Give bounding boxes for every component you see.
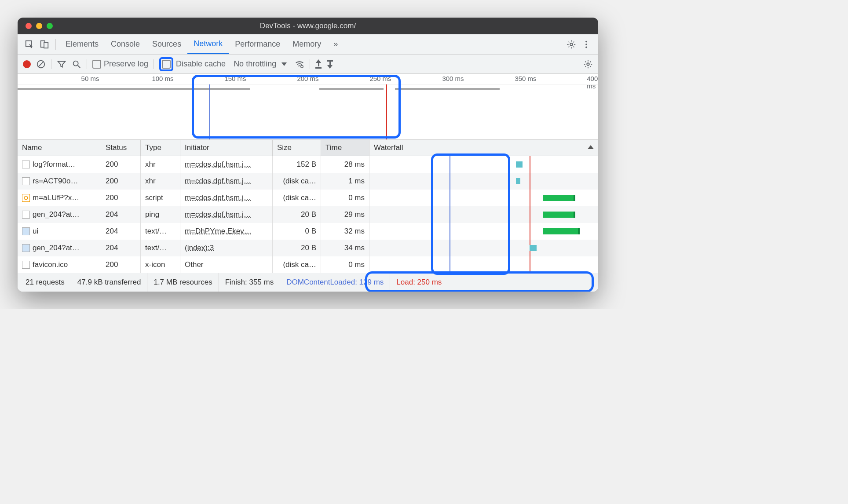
highlight-annotation <box>159 57 173 71</box>
filter-icon[interactable] <box>57 59 66 69</box>
clear-icon[interactable] <box>36 59 46 69</box>
tab-memory[interactable]: Memory <box>286 34 327 54</box>
file-type-icon <box>22 177 30 185</box>
tab-sources[interactable]: Sources <box>146 34 187 54</box>
svg-point-12 <box>587 63 589 66</box>
col-type[interactable]: Type <box>141 140 180 156</box>
sort-ascending-icon <box>588 145 594 149</box>
initiator-link[interactable]: m=cdos,dpf,hsm,j… <box>185 194 251 202</box>
requests-count: 21 requests <box>19 273 71 292</box>
svg-line-8 <box>39 62 44 66</box>
svg-point-4 <box>585 40 587 42</box>
resources-size: 1.7 MB resources <box>147 273 219 292</box>
request-name: log?format… <box>33 160 75 169</box>
file-type-icon <box>22 211 30 219</box>
table-row[interactable]: favicon.ico200x-iconOther(disk ca…0 ms <box>18 256 598 273</box>
titlebar: DevTools - www.google.com/ <box>18 18 598 34</box>
tab-console[interactable]: Console <box>105 34 146 54</box>
svg-point-3 <box>570 43 573 46</box>
more-tabs[interactable]: » <box>327 34 344 54</box>
preserve-log-checkbox[interactable]: Preserve log <box>92 59 148 69</box>
export-har-icon[interactable] <box>315 59 322 69</box>
highlight-annotation <box>192 75 401 139</box>
svg-line-10 <box>78 65 80 68</box>
table-row[interactable]: ui204text/…m=DhPYme,Ekev…0 B32 ms <box>18 223 598 240</box>
file-type-icon <box>22 244 30 252</box>
import-har-icon[interactable] <box>327 59 333 69</box>
col-size[interactable]: Size <box>273 140 321 156</box>
settings-icon[interactable] <box>564 37 579 52</box>
file-type-icon <box>22 161 30 168</box>
file-type-icon <box>22 261 30 269</box>
file-type-icon <box>22 194 30 202</box>
search-icon[interactable] <box>72 59 81 69</box>
table-row[interactable]: log?format…200xhrm=cdos,dpf,hsm,j…152 B2… <box>18 156 598 173</box>
throttling-select[interactable]: No throttling <box>231 59 289 69</box>
initiator-link[interactable]: m=cdos,dpf,hsm,j… <box>185 160 251 169</box>
window-title: DevTools - www.google.com/ <box>18 22 598 30</box>
inspect-element-icon[interactable] <box>22 37 37 52</box>
initiator-link[interactable]: (index):3 <box>185 244 214 252</box>
file-type-icon <box>22 227 30 235</box>
network-toolbar: Preserve log Disable cache No throttling <box>18 55 598 74</box>
request-name: gen_204?at… <box>33 210 80 219</box>
request-name: favicon.ico <box>33 260 68 269</box>
settings-icon[interactable] <box>583 59 593 69</box>
svg-rect-2 <box>44 42 48 48</box>
svg-point-6 <box>585 46 587 48</box>
devtools-window: DevTools - www.google.com/ Elements Cons… <box>18 18 598 292</box>
table-row[interactable]: m=aLUfP?x…200scriptm=cdos,dpf,hsm,j…(dis… <box>18 190 598 206</box>
request-name: rs=ACT90o… <box>33 177 78 186</box>
initiator-link[interactable]: m=cdos,dpf,hsm,j… <box>185 210 251 219</box>
network-conditions-icon[interactable] <box>295 59 304 69</box>
tab-network[interactable]: Network <box>187 34 229 54</box>
kebab-menu-icon[interactable] <box>579 37 594 52</box>
col-initiator[interactable]: Initiator <box>180 140 273 156</box>
highlight-annotation <box>431 153 510 275</box>
overview-timeline[interactable]: 50 ms 100 ms 150 ms 200 ms 250 ms 300 ms… <box>18 74 598 140</box>
table-row[interactable]: gen_204?at…204text/…(index):320 B34 ms <box>18 240 598 256</box>
transferred-size: 47.9 kB transferred <box>71 273 148 292</box>
tab-performance[interactable]: Performance <box>229 34 286 54</box>
request-name: m=aLUfP?x… <box>33 194 79 202</box>
table-headers: Name Status Type Initiator Size Time Wat… <box>18 140 598 156</box>
table-row[interactable]: gen_204?at…204pingm=cdos,dpf,hsm,j…20 B2… <box>18 206 598 223</box>
device-toolbar-icon[interactable] <box>37 37 52 52</box>
table-row[interactable]: rs=ACT90o…200xhrm=cdos,dpf,hsm,j…(disk c… <box>18 173 598 190</box>
disable-cache-checkbox[interactable]: Disable cache <box>159 57 226 71</box>
finish-time: Finish: 355 ms <box>219 273 281 292</box>
chevron-down-icon <box>281 62 287 66</box>
record-button[interactable] <box>23 60 31 68</box>
col-name[interactable]: Name <box>18 140 101 156</box>
request-name: gen_204?at… <box>33 244 80 252</box>
svg-point-9 <box>73 61 78 66</box>
request-name: ui <box>33 227 38 236</box>
status-bar: 21 requests 47.9 kB transferred 1.7 MB r… <box>18 273 598 292</box>
request-table: log?format…200xhrm=cdos,dpf,hsm,j…152 B2… <box>18 156 598 273</box>
initiator-link: Other <box>185 260 204 269</box>
initiator-link[interactable]: m=DhPYme,Ekev… <box>185 227 252 236</box>
tab-elements[interactable]: Elements <box>59 34 105 54</box>
col-time[interactable]: Time <box>321 140 369 156</box>
svg-point-11 <box>301 65 303 68</box>
panel-tabs: Elements Console Sources Network Perform… <box>18 34 598 55</box>
initiator-link[interactable]: m=cdos,dpf,hsm,j… <box>185 177 251 186</box>
svg-point-5 <box>585 44 587 45</box>
col-status[interactable]: Status <box>101 140 141 156</box>
